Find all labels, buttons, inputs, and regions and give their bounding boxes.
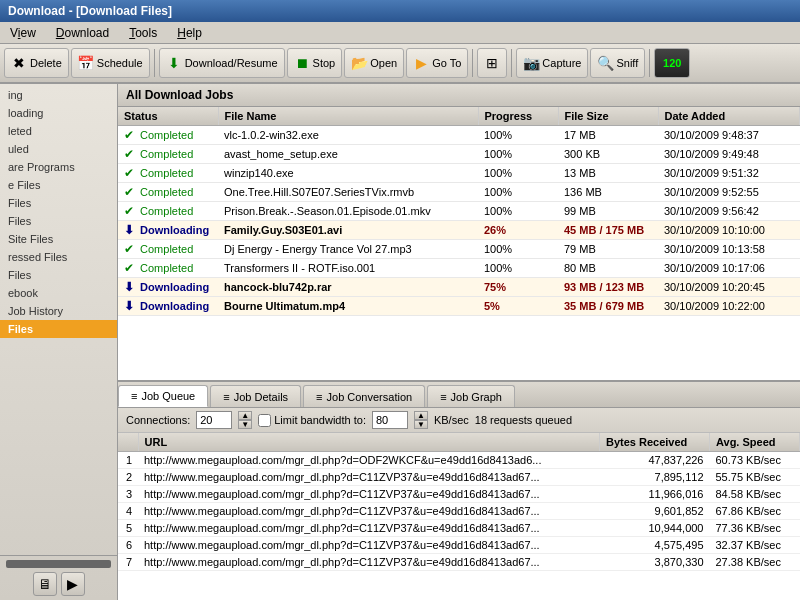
row-date: 30/10/2009 9:56:42 [658, 202, 800, 221]
content-area: All Download Jobs Status File Name Progr… [118, 84, 800, 600]
sidebar-item-ing[interactable]: ing [0, 86, 117, 104]
row-filename: Transformers II - ROTF.iso.001 [218, 259, 478, 278]
url-speed: 77.36 KB/sec [710, 520, 800, 537]
grid-button[interactable]: ⊞ [477, 48, 507, 78]
tab-job-graph[interactable]: ≡ Job Graph [427, 385, 515, 407]
sidebar-item-files1[interactable]: Files [0, 194, 117, 212]
sidebar-item-history[interactable]: Job History [0, 302, 117, 320]
connections-down[interactable]: ▼ [238, 420, 252, 429]
row-status: ✔ Completed [118, 202, 218, 221]
bottom-panel: ≡ Job Queue ≡ Job Details ≡ Job Conversa… [118, 380, 800, 600]
sidebar-item-files3[interactable]: Files [0, 266, 117, 284]
menu-help[interactable]: Help [171, 24, 208, 42]
row-status: ⬇ Downloading [118, 278, 218, 297]
sidebar-scroll: ing loading leted uled are Programs e Fi… [0, 84, 117, 555]
table-row[interactable]: ✔ Completed Transformers II - ROTF.iso.0… [118, 259, 800, 278]
download-resume-button[interactable]: ⬇ Download/Resume [159, 48, 285, 78]
url-bytes: 3,870,330 [600, 554, 710, 571]
sidebar-icon-btn-2[interactable]: ▶ [61, 572, 85, 596]
row-date: 30/10/2009 9:52:55 [658, 183, 800, 202]
row-progress: 100% [478, 240, 558, 259]
table-row[interactable]: ⬇ Downloading Bourne Ultimatum.mp4 5% 35… [118, 297, 800, 316]
sidebar-item-files2[interactable]: Files [0, 212, 117, 230]
sidebar-item-leted[interactable]: leted [0, 122, 117, 140]
url-col-num [118, 433, 138, 452]
row-date: 30/10/2009 9:51:32 [658, 164, 800, 183]
bottom-toolbar: Connections: 20 ▲ ▼ Limit bandwidth to: … [118, 408, 800, 433]
url-col-url: URL [138, 433, 600, 452]
sidebar-item-compressed[interactable]: ressed Files [0, 248, 117, 266]
bandwidth-limit-wrap: Limit bandwidth to: [258, 414, 366, 427]
status-icon: ✔ [124, 185, 134, 199]
status-text: Completed [140, 243, 193, 255]
connections-input[interactable]: 20 [196, 411, 232, 429]
sidebar-item-site[interactable]: Site Files [0, 230, 117, 248]
url-table-row[interactable]: 5 http://www.megaupload.com/mgr_dl.php?d… [118, 520, 800, 537]
bandwidth-down[interactable]: ▼ [414, 420, 428, 429]
table-row[interactable]: ⬇ Downloading Family.Guy.S03E01.avi 26% … [118, 221, 800, 240]
tab-job-queue[interactable]: ≡ Job Queue [118, 385, 208, 407]
url-table-row[interactable]: 7 http://www.megaupload.com/mgr_dl.php?d… [118, 554, 800, 571]
goto-button[interactable]: ▶ Go To [406, 48, 468, 78]
sidebar-item-loading[interactable]: loading [0, 104, 117, 122]
menu-tools[interactable]: Tools [123, 24, 163, 42]
status-text: Downloading [140, 224, 209, 236]
url-bytes: 11,966,016 [600, 486, 710, 503]
status-text: Downloading [140, 281, 209, 293]
bandwidth-spinner[interactable]: ▲ ▼ [414, 411, 428, 429]
sidebar-item-files-active[interactable]: Files [0, 320, 117, 338]
menu-download[interactable]: Download [50, 24, 115, 42]
sidebar-item-efiles[interactable]: e Files [0, 176, 117, 194]
row-filename: Dj Energy - Energy Trance Vol 27.mp3 [218, 240, 478, 259]
schedule-button[interactable]: 📅 Schedule [71, 48, 150, 78]
url-table-row[interactable]: 3 http://www.megaupload.com/mgr_dl.php?d… [118, 486, 800, 503]
url-num: 6 [118, 537, 138, 554]
table-row[interactable]: ✔ Completed One.Tree.Hill.S07E07.SeriesT… [118, 183, 800, 202]
open-button[interactable]: 📂 Open [344, 48, 404, 78]
delete-button[interactable]: ✖ Delete [4, 48, 69, 78]
status-icon: ⬇ [124, 280, 134, 294]
tab-job-graph-label: Job Graph [451, 391, 502, 403]
table-row[interactable]: ✔ Completed winzip140.exe 100% 13 MB 30/… [118, 164, 800, 183]
bandwidth-up[interactable]: ▲ [414, 411, 428, 420]
connections-up[interactable]: ▲ [238, 411, 252, 420]
row-filesize: 80 MB [558, 259, 658, 278]
stop-button[interactable]: ⏹ Stop [287, 48, 343, 78]
tab-job-conversation[interactable]: ≡ Job Conversation [303, 385, 425, 407]
grid-icon: ⊞ [484, 55, 500, 71]
bandwidth-input[interactable] [372, 411, 408, 429]
table-row[interactable]: ✔ Completed vlc-1.0.2-win32.exe 100% 17 … [118, 126, 800, 145]
sidebar-item-share[interactable]: are Programs [0, 158, 117, 176]
row-progress: 100% [478, 202, 558, 221]
url-table-row[interactable]: 6 http://www.megaupload.com/mgr_dl.php?d… [118, 537, 800, 554]
sidebar-item-ebook[interactable]: ebook [0, 284, 117, 302]
capture-button[interactable]: 📷 Capture [516, 48, 588, 78]
menu-bar: View Download Tools Help [0, 22, 800, 44]
sniff-button[interactable]: 🔍 Sniff [590, 48, 645, 78]
table-row[interactable]: ✔ Completed Prison.Break.-.Season.01.Epi… [118, 202, 800, 221]
tab-bar: ≡ Job Queue ≡ Job Details ≡ Job Conversa… [118, 382, 800, 408]
row-filename: One.Tree.Hill.S07E07.SeriesTVix.rmvb [218, 183, 478, 202]
row-filesize: 99 MB [558, 202, 658, 221]
url-speed: 55.75 KB/sec [710, 469, 800, 486]
tab-job-conversation-label: Job Conversation [327, 391, 413, 403]
status-icon: ✔ [124, 261, 134, 275]
row-date: 30/10/2009 10:22:00 [658, 297, 800, 316]
url-num: 7 [118, 554, 138, 571]
bandwidth-checkbox[interactable] [258, 414, 271, 427]
job-details-icon: ≡ [223, 391, 229, 403]
sidebar-icon-btn-1[interactable]: 🖥 [33, 572, 57, 596]
table-row[interactable]: ⬇ Downloading hancock-blu742p.rar 75% 93… [118, 278, 800, 297]
table-row[interactable]: ✔ Completed Dj Energy - Energy Trance Vo… [118, 240, 800, 259]
status-text: Completed [140, 262, 193, 274]
menu-view[interactable]: View [4, 24, 42, 42]
connections-spinner[interactable]: ▲ ▼ [238, 411, 252, 429]
url-table-container: URL Bytes Received Avg. Speed 1 http://w… [118, 433, 800, 600]
table-row[interactable]: ✔ Completed avast_home_setup.exe 100% 30… [118, 145, 800, 164]
url-table-row[interactable]: 2 http://www.megaupload.com/mgr_dl.php?d… [118, 469, 800, 486]
url-table-row[interactable]: 1 http://www.megaupload.com/mgr_dl.php?d… [118, 452, 800, 469]
tab-job-details[interactable]: ≡ Job Details [210, 385, 301, 407]
row-progress: 100% [478, 164, 558, 183]
url-table-row[interactable]: 4 http://www.megaupload.com/mgr_dl.php?d… [118, 503, 800, 520]
sidebar-item-uled[interactable]: uled [0, 140, 117, 158]
